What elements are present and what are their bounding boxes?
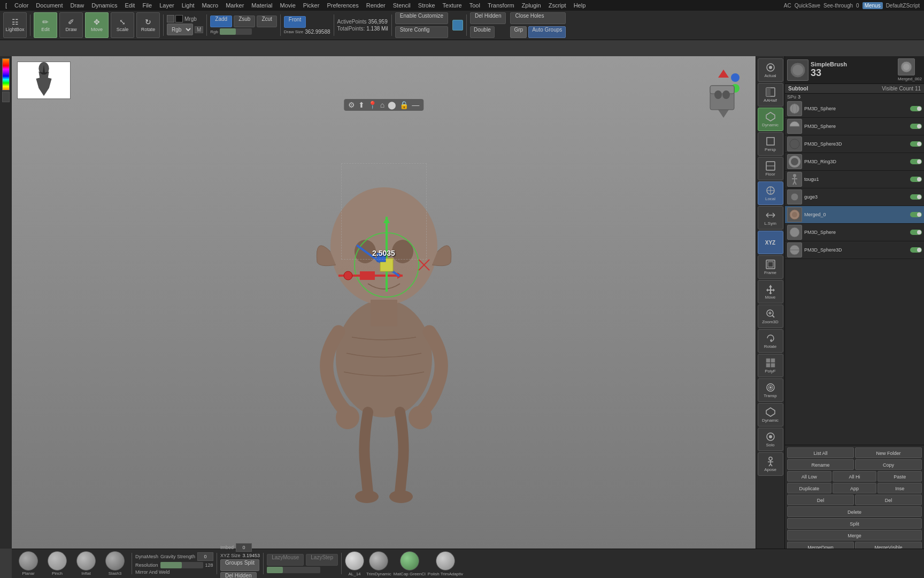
edit-btn[interactable]: ✏ Edit: [34, 12, 57, 38]
planar-brush-circle[interactable]: [19, 551, 38, 571]
default-zscript[interactable]: DefaultZScript: [886, 3, 920, 9]
subtool-item[interactable]: PM3D_Sphere3D: [785, 241, 924, 259]
front-btn[interactable]: Front: [284, 16, 306, 28]
draw-btn[interactable]: ✐ Draw: [59, 12, 83, 38]
home-icon[interactable]: ⌂: [380, 101, 384, 109]
bracket-menu[interactable]: [: [2, 1, 10, 10]
app-btn[interactable]: App: [833, 483, 877, 493]
color-background[interactable]: [175, 15, 183, 22]
brush-planar[interactable]: Planar: [15, 551, 42, 576]
menu-texture[interactable]: Texture: [440, 1, 465, 10]
mat-matcap[interactable]: MatCap GreenCl: [394, 551, 426, 576]
enable-customize-btn[interactable]: Enable Customize: [395, 12, 448, 24]
all-hi-btn[interactable]: All Hi: [833, 471, 877, 482]
subtool-item[interactable]: PM3D_Sphere: [785, 224, 924, 241]
brush-inflat[interactable]: Inflat: [73, 551, 99, 576]
brush-preview[interactable]: [787, 59, 808, 81]
move-rt-btn[interactable]: Move: [758, 280, 783, 303]
m-btn[interactable]: M: [195, 26, 203, 33]
move-btn[interactable]: ✥ Move: [85, 12, 109, 38]
copy-btn[interactable]: Copy: [855, 459, 922, 470]
scale-btn[interactable]: ⤡ Scale: [111, 12, 134, 38]
subtool-toggle-5[interactable]: [910, 177, 922, 182]
auto-groups-btn[interactable]: Auto Groups: [528, 26, 566, 38]
lazy-slider[interactable]: [267, 567, 320, 573]
minus-icon[interactable]: —: [412, 101, 419, 109]
apose-btn[interactable]: Apose: [758, 452, 783, 476]
subtool-toggle-1[interactable]: [910, 106, 922, 111]
delete-btn[interactable]: Delete: [787, 506, 922, 517]
list-all-btn[interactable]: List All: [787, 447, 854, 458]
brush-slash3[interactable]: Slash3: [102, 551, 128, 576]
menu-movie[interactable]: Movie: [276, 1, 298, 10]
zcut-btn[interactable]: Zcut: [257, 16, 276, 27]
resolution-slider[interactable]: [160, 562, 203, 568]
menu-help[interactable]: Help: [571, 1, 589, 10]
color-mode-select[interactable]: Rgb: [167, 24, 193, 35]
subtool-item[interactable]: PM3D_Sphere: [785, 100, 924, 118]
del-hidden-btn[interactable]: Del Hidden: [470, 12, 506, 24]
menu-stroke[interactable]: Stroke: [415, 1, 438, 10]
duplicate-btn[interactable]: Duplicate: [787, 483, 831, 493]
brush-pinch[interactable]: Pinch: [44, 551, 71, 576]
color-gradient-strip[interactable]: [2, 58, 10, 90]
double-btn[interactable]: Double: [470, 26, 495, 38]
menu-material[interactable]: Material: [248, 1, 275, 10]
menu-draw[interactable]: Draw: [67, 1, 88, 10]
rotate-btn[interactable]: ↻ Rotate: [136, 12, 160, 38]
inflat-brush-circle[interactable]: [76, 551, 96, 571]
color-swatch-1[interactable]: [2, 92, 10, 102]
gizmo-icon-3[interactable]: 📍: [368, 101, 377, 109]
mat-sphere-matcap[interactable]: [400, 551, 419, 571]
frame-btn[interactable]: Frame: [758, 255, 783, 279]
polyf-btn[interactable]: PolyF: [758, 354, 783, 377]
menu-dynamics[interactable]: Dynamics: [88, 1, 120, 10]
dynamic-btn[interactable]: Dynamic: [758, 108, 783, 131]
subtool-item[interactable]: PM3D_Sphere3D: [785, 135, 924, 153]
lightbox-btn[interactable]: ☷ LightBox: [3, 12, 27, 38]
quicksave-btn[interactable]: QuickSave: [795, 3, 820, 9]
transp-btn[interactable]: Transp: [758, 378, 783, 402]
close-holes-btn[interactable]: Close Holes: [510, 12, 566, 24]
color-foreground[interactable]: [167, 15, 174, 22]
gravity-input[interactable]: [197, 552, 213, 561]
subtool-item[interactable]: guge3: [785, 188, 924, 206]
xyz-btn[interactable]: XYZ: [758, 231, 783, 254]
menu-edit[interactable]: Edit: [121, 1, 138, 10]
rotate-rt-btn[interactable]: Rotate: [758, 329, 783, 353]
lazy-mouse-btn[interactable]: LazyMouse: [267, 554, 304, 566]
subtool-item[interactable]: PM3D_Ring3D: [785, 153, 924, 171]
aahalf-btn[interactable]: AAHalf: [758, 83, 783, 107]
rename-btn[interactable]: Rename: [787, 459, 854, 470]
inse-btn[interactable]: Inse: [877, 483, 922, 493]
menu-macro[interactable]: Macro: [199, 1, 222, 10]
mat-sphere-polish[interactable]: [436, 551, 455, 571]
mrgb-label[interactable]: Mrgb: [184, 16, 197, 22]
mat-sphere-al14[interactable]: [345, 551, 364, 571]
menu-color[interactable]: Color: [11, 1, 32, 10]
menu-preferences[interactable]: Preferences: [324, 1, 361, 10]
solo-btn[interactable]: Solo: [758, 428, 783, 451]
subtool-toggle-4[interactable]: [910, 159, 922, 164]
slash3-brush-circle[interactable]: [105, 551, 125, 571]
menu-layer[interactable]: Layer: [156, 1, 178, 10]
subtool-item-selected[interactable]: Merged_0: [785, 206, 924, 224]
del2-st-btn[interactable]: Del: [855, 495, 922, 505]
zoom3d-btn[interactable]: Zoom3D: [758, 305, 783, 328]
merge-btn[interactable]: Merge: [787, 530, 922, 541]
new-folder-btn[interactable]: New Folder: [855, 447, 922, 458]
menu-stencil[interactable]: Stencil: [390, 1, 414, 10]
menu-tool[interactable]: Tool: [466, 1, 483, 10]
mat-polish[interactable]: Polish TrimAdaptiv: [428, 551, 463, 576]
gizmo-icon-5[interactable]: ⬤: [388, 101, 396, 109]
subtool-toggle-3[interactable]: [910, 141, 922, 147]
menu-zscript[interactable]: Zscript: [545, 1, 569, 10]
mat-sphere-trimdynamic[interactable]: [369, 551, 388, 571]
subtool-toggle-8[interactable]: [910, 230, 922, 235]
menus-btn[interactable]: Menus: [863, 2, 883, 9]
del-st-btn[interactable]: Del: [787, 495, 854, 505]
del-hidden-bottom-btn[interactable]: Del Hidden: [220, 572, 256, 578]
rgb-intensity-slider[interactable]: [220, 28, 252, 35]
lsym-btn[interactable]: L.Sym: [758, 206, 783, 230]
pinch-brush-circle[interactable]: [48, 551, 67, 571]
